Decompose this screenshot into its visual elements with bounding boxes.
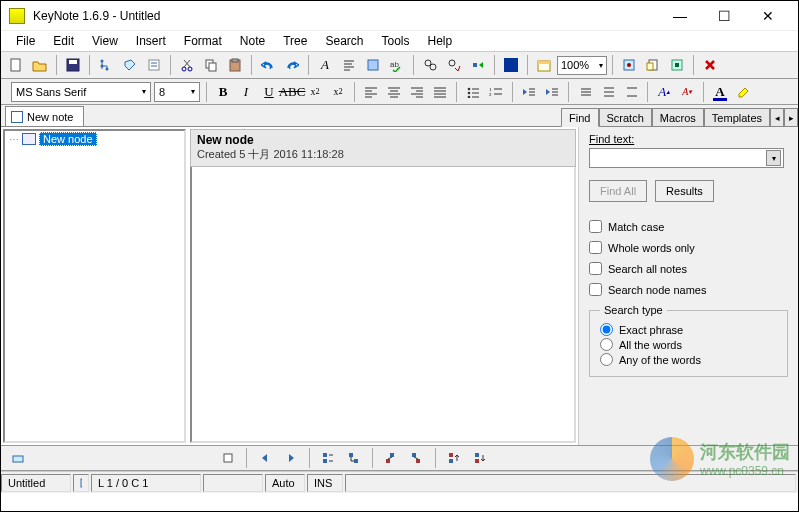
tree-toggle-button[interactable] xyxy=(95,54,117,76)
node-right-button[interactable] xyxy=(280,447,302,469)
add-sibling-button[interactable] xyxy=(317,447,339,469)
font-color-button[interactable]: A xyxy=(710,82,730,102)
copy-button[interactable] xyxy=(200,54,222,76)
move-down-button[interactable] xyxy=(469,447,491,469)
find-button[interactable] xyxy=(419,54,441,76)
note-props-button[interactable] xyxy=(143,54,165,76)
menu-search[interactable]: Search xyxy=(316,32,372,50)
note-tab[interactable]: New note xyxy=(5,106,84,126)
line-space1-button[interactable] xyxy=(575,82,595,102)
indent-node-button[interactable] xyxy=(406,447,428,469)
results-button[interactable]: Results xyxy=(655,180,714,202)
align-center-button[interactable] xyxy=(384,82,404,102)
macro-button[interactable] xyxy=(618,54,640,76)
insert-date-button[interactable] xyxy=(533,54,555,76)
minimize-button[interactable]: — xyxy=(658,2,702,30)
italic-button[interactable]: I xyxy=(236,82,256,102)
cut-button[interactable] xyxy=(176,54,198,76)
options-button[interactable] xyxy=(119,54,141,76)
underline-button[interactable]: U xyxy=(259,82,279,102)
search-type-group: Search type Exact phrase All the words A… xyxy=(589,310,788,377)
open-file-button[interactable] xyxy=(29,54,51,76)
tree-new-button[interactable] xyxy=(217,447,239,469)
svg-rect-24 xyxy=(473,63,477,67)
paragraph-button[interactable] xyxy=(338,54,360,76)
svg-rect-86 xyxy=(449,453,453,457)
match-case-check[interactable] xyxy=(589,220,602,233)
tree-style-button[interactable] xyxy=(7,447,29,469)
undo-button[interactable] xyxy=(257,54,279,76)
status-icon xyxy=(73,474,89,492)
svg-rect-90 xyxy=(81,479,82,487)
save-button[interactable] xyxy=(62,54,84,76)
delete-button[interactable] xyxy=(699,54,721,76)
line-space2-button[interactable] xyxy=(621,82,641,102)
find-node-button[interactable] xyxy=(467,54,489,76)
zoom-combo[interactable]: 100%▾ xyxy=(557,56,607,75)
tree-panel[interactable]: ⋯ New node xyxy=(3,129,186,443)
add-child-button[interactable] xyxy=(343,447,365,469)
spell-button[interactable]: ab xyxy=(386,54,408,76)
menu-file[interactable]: File xyxy=(7,32,44,50)
node-icon xyxy=(22,133,36,145)
line-space15-button[interactable] xyxy=(598,82,618,102)
all-words-radio[interactable] xyxy=(600,338,613,351)
all-notes-check[interactable] xyxy=(589,262,602,275)
font-dec-button[interactable]: A▾ xyxy=(677,82,697,102)
close-button[interactable]: ✕ xyxy=(746,2,790,30)
menu-note[interactable]: Note xyxy=(231,32,274,50)
node-left-button[interactable] xyxy=(254,447,276,469)
exact-phrase-radio[interactable] xyxy=(600,323,613,336)
bullet-list-button[interactable] xyxy=(463,82,483,102)
node-names-check[interactable] xyxy=(589,283,602,296)
indent-button[interactable] xyxy=(542,82,562,102)
font-inc-button[interactable]: A▴ xyxy=(654,82,674,102)
size-combo[interactable]: 8▾ xyxy=(154,82,200,102)
maximize-button[interactable]: ☐ xyxy=(702,2,746,30)
highlight-button[interactable] xyxy=(733,82,753,102)
panel-nav-left[interactable]: ◂ xyxy=(770,108,784,127)
paste-button[interactable] xyxy=(224,54,246,76)
align-justify-button[interactable] xyxy=(430,82,450,102)
panel-nav-right[interactable]: ▸ xyxy=(784,108,798,127)
note-tab-label: New note xyxy=(27,111,73,123)
panel-tab-templates[interactable]: Templates xyxy=(704,108,770,127)
strike-button[interactable]: ABC xyxy=(282,82,302,102)
panel-tab-macros[interactable]: Macros xyxy=(652,108,704,127)
menu-insert[interactable]: Insert xyxy=(127,32,175,50)
outdent-node-button[interactable] xyxy=(380,447,402,469)
editor-body[interactable] xyxy=(190,167,576,443)
plugin-button[interactable] xyxy=(666,54,688,76)
chevron-down-icon[interactable]: ▾ xyxy=(766,150,781,166)
subscript-button[interactable]: x2 xyxy=(328,82,348,102)
redo-button[interactable] xyxy=(281,54,303,76)
find-text-combo[interactable]: ▾ xyxy=(589,148,784,168)
align-right-button[interactable] xyxy=(407,82,427,102)
menu-view[interactable]: View xyxy=(83,32,127,50)
template-button[interactable] xyxy=(642,54,664,76)
align-left-button[interactable] xyxy=(361,82,381,102)
outdent-button[interactable] xyxy=(519,82,539,102)
bold-button[interactable]: B xyxy=(213,82,233,102)
font-combo[interactable]: MS Sans Serif▾ xyxy=(11,82,151,102)
menu-tree[interactable]: Tree xyxy=(274,32,316,50)
font-button[interactable]: A xyxy=(314,54,336,76)
find-next-button[interactable] xyxy=(443,54,465,76)
number-list-button[interactable]: 12 xyxy=(486,82,506,102)
menu-help[interactable]: Help xyxy=(419,32,462,50)
style-button[interactable] xyxy=(362,54,384,76)
any-words-radio[interactable] xyxy=(600,353,613,366)
svg-rect-13 xyxy=(230,60,240,71)
panel-tab-find[interactable]: Find xyxy=(561,108,598,127)
tree-node[interactable]: ⋯ New node xyxy=(5,131,184,147)
move-up-button[interactable] xyxy=(443,447,465,469)
superscript-button[interactable]: x2 xyxy=(305,82,325,102)
panel-tab-scratch[interactable]: Scratch xyxy=(599,108,652,127)
menu-tools[interactable]: Tools xyxy=(372,32,418,50)
new-file-button[interactable] xyxy=(5,54,27,76)
find-all-button[interactable]: Find All xyxy=(589,180,647,202)
menu-format[interactable]: Format xyxy=(175,32,231,50)
menu-edit[interactable]: Edit xyxy=(44,32,83,50)
whole-words-check[interactable] xyxy=(589,241,602,254)
bg-color-button[interactable] xyxy=(500,54,522,76)
